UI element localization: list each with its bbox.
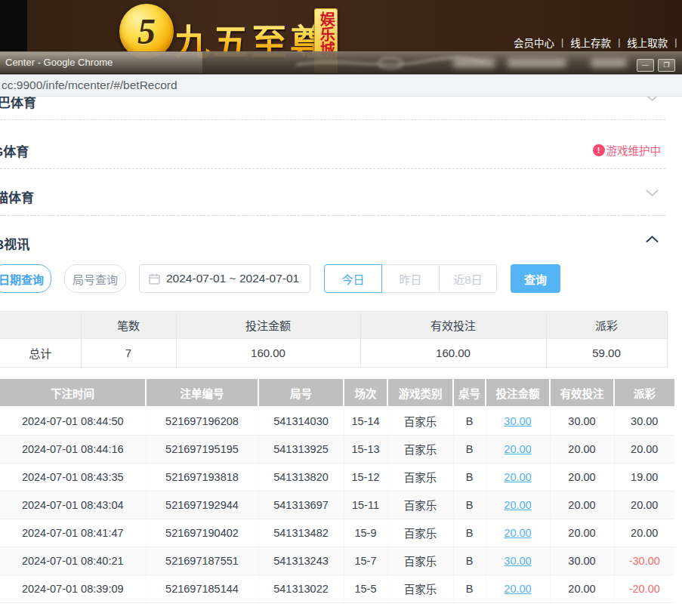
screen: 5 九五至尊 娱乐城 会员中心 | 线上存款 | 线上取款 | 一键 Cente…: [0, 0, 682, 616]
summary-total-label: 总计: [0, 339, 81, 368]
blurred-user-info: [508, 58, 566, 67]
section-cat-sports[interactable]: 猫体育: [0, 187, 34, 206]
cell-round_no: 541313022: [258, 574, 344, 602]
cell-round_no: 541313925: [258, 435, 344, 463]
cell-round_no: 541313482: [258, 519, 344, 547]
cell-game_type: 百家乐: [387, 407, 453, 435]
summary-header-valid-bet: 有效投注: [360, 312, 546, 339]
cell-session: 15-11: [344, 491, 387, 519]
minimize-button[interactable]: —: [637, 59, 654, 72]
cell-session: 15-5: [344, 574, 387, 602]
chevron-up-icon[interactable]: [646, 236, 659, 243]
window-title-bar: Center - Google Chrome — ❐: [0, 51, 682, 74]
address-bar[interactable]: cc:9900/infe/mcenter/#/betRecord: [0, 74, 682, 97]
cell-payout: 19.00: [614, 463, 674, 491]
cell-table_no: B: [453, 407, 486, 435]
nav-separator: |: [618, 37, 620, 48]
header-round-no: 局号: [258, 379, 344, 407]
tab-today[interactable]: 今日: [324, 264, 382, 293]
section-b-live[interactable]: B视讯: [0, 234, 29, 253]
cell-table_no: B: [453, 574, 486, 602]
bet-table-header-row: 下注时间 注单编号 局号 场次 游戏类别 桌号 投注金额 有效投注 派彩: [0, 379, 674, 407]
table-row: 2024-07-01 08:43:04521697192944541313697…: [0, 491, 674, 519]
nav-separator: |: [561, 37, 563, 48]
cell-payout: 20.00: [614, 519, 674, 547]
maximize-button[interactable]: ❐: [658, 59, 675, 72]
cell-round_no: 541314030: [258, 407, 344, 435]
summary-payout: 59.00: [546, 339, 667, 368]
banner-black-corner: [0, 0, 27, 51]
cell-table_no: B: [453, 491, 486, 519]
chevron-down-icon[interactable]: [646, 189, 659, 197]
divider: [0, 119, 665, 120]
table-row: 2024-07-01 08:40:21521697187551541313243…: [0, 547, 674, 574]
cell-bet_no: 521697190402: [146, 519, 258, 547]
bet-record-table: 下注时间 注单编号 局号 场次 游戏类别 桌号 投注金额 有效投注 派彩 202…: [0, 379, 674, 603]
date-range-value: 2024-07-01 ~ 2024-07-01: [166, 272, 299, 285]
cell-bet_amount: 20.00: [486, 519, 550, 547]
table-row: 2024-07-01 08:44:50521697196208541314030…: [0, 407, 674, 435]
summary-count: 7: [81, 339, 176, 368]
cell-bet_amount: 30.00: [486, 547, 550, 574]
round-query-tab[interactable]: 局号查询: [64, 264, 126, 293]
table-row: 2024-07-01 08:39:09521697185144541313022…: [0, 574, 674, 602]
cell-table_no: B: [453, 435, 486, 463]
table-row: 2024-07-01 08:41:47521697190402541313482…: [0, 519, 674, 547]
cell-bet_amount: 30.00: [486, 407, 550, 435]
summary-header-bet-amount: 投注金额: [176, 312, 360, 339]
header-payout: 派彩: [614, 379, 674, 407]
tab-yesterday[interactable]: 昨日: [381, 264, 440, 293]
cell-payout: 30.00: [614, 407, 674, 435]
cell-table_no: B: [453, 547, 486, 574]
cell-time: 2024-07-01 08:43:04: [0, 491, 146, 519]
header-time: 下注时间: [0, 379, 146, 407]
bet-amount-link[interactable]: 20.00: [504, 471, 531, 483]
cell-valid_bet: 30.00: [550, 547, 614, 574]
bet-amount-link[interactable]: 20.00: [504, 443, 531, 455]
cell-bet_no: 521697195195: [146, 435, 258, 463]
summary-table: 笔数 投注金额 有效投注 派彩 总计 7 160.00 160.00 59.00: [0, 311, 668, 368]
tab-last-8-days[interactable]: 近8日: [439, 264, 497, 293]
date-query-tab[interactable]: 日期查询: [0, 264, 51, 293]
bet-table-body: 2024-07-01 08:44:50521697196208541314030…: [0, 407, 674, 602]
header-table-no: 桌号: [453, 379, 486, 407]
bet-amount-link[interactable]: 30.00: [504, 415, 531, 427]
cell-valid_bet: 20.00: [550, 463, 614, 491]
table-row: 2024-07-01 08:43:35521697193818541313820…: [0, 463, 674, 491]
cell-session: 15-7: [344, 547, 387, 574]
cell-payout: 20.00: [614, 435, 674, 463]
header-bet-no: 注单编号: [146, 379, 258, 407]
cell-payout: -20.00: [614, 574, 674, 602]
nav-member-center[interactable]: 会员中心: [514, 35, 554, 50]
nav-online-deposit[interactable]: 线上存款: [570, 35, 611, 50]
summary-bet-amount: 160.00: [176, 339, 360, 368]
cell-time: 2024-07-01 08:41:47: [0, 519, 146, 547]
bet-amount-link[interactable]: 30.00: [504, 555, 531, 567]
cell-valid_bet: 20.00: [550, 435, 614, 463]
search-button[interactable]: 查询: [511, 264, 560, 293]
quick-date-tabs: 今日 昨日 近8日: [324, 264, 497, 293]
cell-bet_amount: 20.00: [486, 435, 550, 463]
bet-amount-link[interactable]: 20.00: [504, 499, 531, 511]
nav-separator: |: [674, 37, 677, 48]
date-range-input[interactable]: 2024-07-01 ~ 2024-07-01: [139, 264, 310, 293]
table-row: 2024-07-01 08:44:16521697195195541313925…: [0, 435, 674, 463]
cell-bet_no: 521697185144: [146, 574, 258, 602]
cell-valid_bet: 20.00: [550, 519, 614, 547]
cell-session: 15-9: [344, 519, 387, 547]
bet-amount-link[interactable]: 20.00: [504, 583, 531, 595]
nav-online-withdraw[interactable]: 线上取款: [627, 35, 668, 50]
bet-amount-link[interactable]: 20.00: [504, 527, 531, 539]
cell-bet_amount: 20.00: [486, 463, 550, 491]
cell-time: 2024-07-01 08:39:09: [0, 574, 146, 602]
header-session: 场次: [344, 379, 387, 407]
cell-round_no: 541313820: [258, 463, 344, 491]
section-g-sports[interactable]: G体育: [0, 141, 29, 160]
cell-valid_bet: 30.00: [550, 407, 614, 435]
header-game-type: 游戏类别: [387, 379, 453, 407]
cell-table_no: B: [453, 463, 486, 491]
cell-session: 15-12: [344, 463, 387, 491]
cell-round_no: 541313697: [258, 491, 344, 519]
cell-bet_amount: 20.00: [486, 574, 550, 602]
cell-game_type: 百家乐: [387, 547, 453, 574]
